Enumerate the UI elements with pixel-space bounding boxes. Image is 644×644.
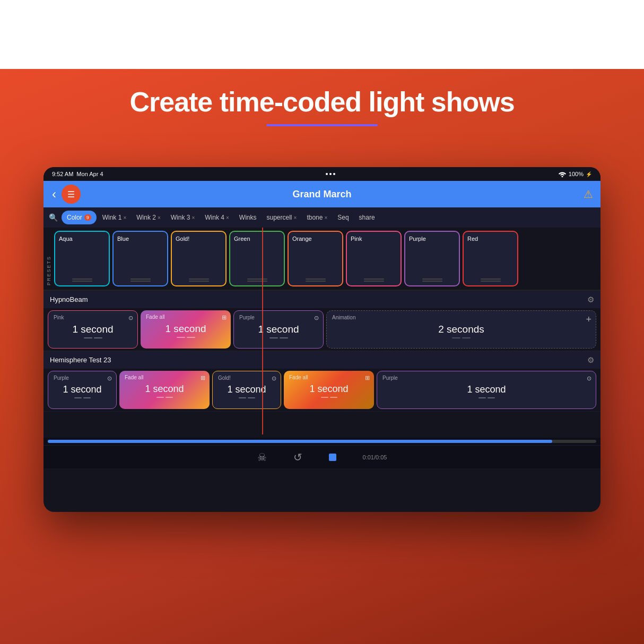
preset-orange-label: Orange (292, 236, 338, 242)
warning-icon: ⚠ (584, 188, 593, 201)
cell-icon-purple: ⊙ (314, 315, 319, 321)
cell-label-h-fadeall1: Fade all (125, 375, 204, 380)
scroll-thumb (48, 440, 552, 443)
app-title: Grand March (292, 189, 351, 200)
device-row-hypnobeam: HypnoBeam ⚙ (43, 290, 601, 308)
status-right: 100% ⚡ (558, 171, 592, 177)
preset-pink-label: Pink (351, 236, 397, 242)
tab-wink1[interactable]: Wink 1× (98, 211, 131, 224)
cell-label-h-fadeall2: Fade all (289, 375, 369, 380)
preset-red[interactable]: Red (463, 231, 518, 286)
time-display: 0:01/0:05 (363, 454, 387, 460)
search-button[interactable]: 🔍 (47, 211, 60, 224)
tab-color[interactable]: Color 9 (62, 211, 97, 224)
bottom-toolbar: ☠ ↺ 0:01/0:05 (43, 445, 601, 468)
presets-section: PRESETS Aqua Blue Gold! Green (43, 228, 601, 290)
cell-purple-1second[interactable]: Purple ⊙ 1 second (233, 310, 324, 349)
tab-bar: 🔍 Color 9 Wink 1× Wink 2× Wink 3× Wink 4… (43, 207, 601, 228)
preset-red-label: Red (467, 236, 514, 242)
hemisphere-timeline: Purple ⊙ 1 second Fade all ⊞ 1 second Go… (43, 369, 601, 411)
cell-time-fadeall1: 1 second (146, 323, 225, 335)
tab-color-badge: 9 (84, 214, 91, 221)
cell-label-h-purple: Purple (54, 375, 111, 381)
tab-winks[interactable]: Winks (235, 211, 261, 224)
cell-label-purple: Purple (239, 315, 318, 320)
status-left: 9:52 AM Mon Apr 4 (52, 171, 103, 177)
device-frame: 9:52 AM Mon Apr 4 100% ⚡ ‹ ☰ Grand March… (43, 167, 601, 512)
preset-pink[interactable]: Pink (346, 231, 402, 286)
cell-label-fadeall1: Fade all (146, 314, 225, 320)
cell-time-purple: 1 second (239, 324, 318, 335)
cell-time-h-purple2: 1 second (382, 384, 590, 395)
presets-label: PRESETS (43, 228, 54, 290)
hypnobeam-timeline: Pink ⊙ 1 second Fade all ⊞ 1 second Purp… (43, 308, 601, 351)
cell-time-h-purple: 1 second (54, 384, 111, 395)
cell-time-pink: 1 second (54, 324, 132, 335)
cell-fadeall-purple[interactable]: Fade all ⊞ 1 second (141, 310, 231, 349)
preset-blue[interactable]: Blue (112, 231, 168, 286)
preset-green-label: Green (234, 236, 280, 242)
device-name-hypnobeam: HypnoBeam (50, 295, 88, 303)
status-date: Mon Apr 4 (76, 171, 103, 177)
tab-tbone[interactable]: tbone× (302, 211, 332, 224)
cell-pink-1second[interactable]: Pink ⊙ 1 second (48, 310, 138, 349)
device-row-hemisphere: Hemisphere Test 23 ⚙ (43, 351, 601, 369)
preset-gold-label: Gold! (176, 236, 222, 242)
tab-wink3[interactable]: Wink 3× (167, 211, 199, 224)
tab-seq[interactable]: Seq (333, 211, 353, 224)
cell-label-h-purple2: Purple (382, 375, 590, 381)
device-name-hemisphere: Hemisphere Test 23 (50, 356, 111, 364)
preset-purple-label: Purple (409, 236, 455, 242)
cell-label-animation: Animation (332, 315, 590, 320)
tab-wink2[interactable]: Wink 2× (132, 211, 165, 224)
tab-share[interactable]: share (355, 211, 379, 224)
headline-text: Create time-coded light shows (0, 86, 644, 118)
status-center (326, 173, 335, 175)
tab-supercell[interactable]: supercell× (263, 211, 301, 224)
cell-label-pink: Pink (54, 315, 132, 320)
repeat-button[interactable]: ↺ (293, 451, 302, 464)
cell-label-h-gold: Gold! (218, 375, 275, 381)
skull-button[interactable]: ☠ (257, 451, 267, 464)
cell-icon-fadeall1: ⊞ (222, 314, 227, 321)
cell-time-h-fadeall1: 1 second (125, 384, 204, 395)
device-settings-hypnobeam[interactable]: ⚙ (587, 295, 594, 304)
position-indicator (329, 454, 336, 461)
status-bar: 9:52 AM Mon Apr 4 100% ⚡ (43, 167, 601, 181)
cell-time-h-fadeall2: 1 second (289, 384, 369, 395)
scroll-track[interactable] (48, 440, 596, 443)
preset-green[interactable]: Green (229, 231, 285, 286)
preset-blue-label: Blue (117, 236, 163, 242)
headline-section: Create time-coded light shows (0, 86, 644, 126)
headline-underline (266, 124, 378, 126)
cell-h-fadeall1[interactable]: Fade all ⊞ 1 second (119, 371, 210, 409)
cell-time-h-gold: 1 second (218, 384, 275, 395)
menu-icon: ☰ (67, 189, 75, 199)
top-nav-bar: ‹ ☰ Grand March ⚠ (43, 181, 601, 207)
preset-aqua-label: Aqua (59, 236, 105, 242)
cell-h-fadeall2[interactable]: Fade all ⊞ 1 second (284, 371, 374, 409)
empty-track-area (43, 411, 601, 438)
cell-h-purple2[interactable]: Purple ⊙ 1 second (377, 371, 596, 409)
menu-button[interactable]: ☰ (62, 185, 81, 204)
device-settings-hemisphere[interactable]: ⚙ (587, 355, 594, 365)
preset-purple[interactable]: Purple (404, 231, 460, 286)
charging-icon: ⚡ (586, 171, 592, 177)
cell-time-animation: 2 seconds (332, 324, 590, 335)
battery-text: 100% (569, 171, 584, 177)
cell-icon-pink: ⊙ (128, 315, 133, 321)
status-time: 9:52 AM (52, 171, 73, 177)
back-button[interactable]: ‹ (50, 188, 58, 201)
cell-animation-2second[interactable]: Animation + 2 seconds (326, 310, 596, 349)
preset-gold[interactable]: Gold! (171, 231, 227, 286)
wifi-icon (558, 171, 567, 177)
preset-aqua[interactable]: Aqua (54, 231, 110, 286)
preset-orange[interactable]: Orange (288, 231, 343, 286)
scroll-area[interactable] (43, 438, 601, 445)
presets-grid: Aqua Blue Gold! Green Orange (54, 228, 521, 290)
cell-h-gold[interactable]: Gold! ⊙ 1 second (212, 371, 281, 409)
cell-add-animation: + (586, 314, 591, 325)
cell-h-purple[interactable]: Purple ⊙ 1 second (48, 371, 117, 409)
tab-wink4[interactable]: Wink 4× (201, 211, 233, 224)
